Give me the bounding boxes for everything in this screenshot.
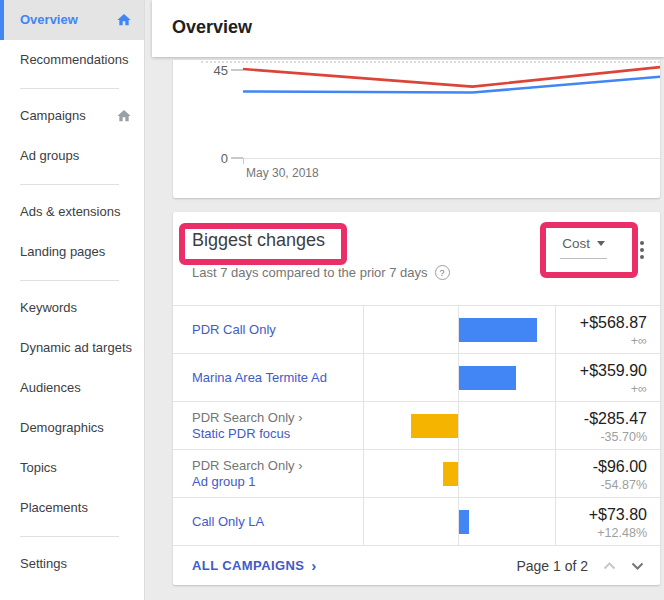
- campaign-name-cell: PDR Call Only: [173, 306, 363, 353]
- card-footer: ALL CAMPAIGNS › Page 1 of 2: [173, 545, 660, 585]
- sidebar-item-dynamic-ad-targets[interactable]: Dynamic ad targets: [0, 328, 144, 368]
- bar-cell-negative: [363, 498, 458, 545]
- change-percent: +12.48%: [556, 526, 647, 540]
- sidebar-item-placements[interactable]: Placements: [0, 488, 144, 528]
- campaign-link[interactable]: Call Only LA: [192, 514, 353, 530]
- value-cell: +$73.80+12.48%: [555, 498, 660, 545]
- row-prefix: PDR Search Only ›: [192, 410, 353, 426]
- sidebar-item-label: Landing pages: [20, 243, 132, 261]
- table-row: Call Only LA+$73.80+12.48%: [173, 497, 660, 545]
- line-chart: [173, 60, 660, 198]
- sidebar: OverviewRecommendationsCampaignsAd group…: [0, 0, 145, 600]
- sidebar-divider: [20, 536, 119, 537]
- change-amount: +$568.87: [556, 314, 647, 332]
- row-prefix: PDR Search Only ›: [192, 458, 353, 474]
- sidebar-item-label: Recommendations: [20, 51, 132, 69]
- value-cell: +$359.90+∞: [555, 354, 660, 401]
- bar-cell-positive: [458, 450, 555, 497]
- bar-cell-positive: [458, 498, 555, 545]
- change-bar: [411, 414, 458, 438]
- y-axis-tick-mark: [231, 69, 243, 71]
- change-percent: -35.70%: [556, 430, 647, 444]
- home-icon: [116, 108, 132, 124]
- bar-cell-negative: [363, 354, 458, 401]
- sidebar-divider: [20, 88, 119, 89]
- table-row: PDR Search Only ›Ad group 1-$96.00-54.87…: [173, 449, 660, 497]
- metric-dropdown[interactable]: Cost: [560, 236, 607, 259]
- campaign-link[interactable]: PDR Call Only: [192, 322, 353, 338]
- campaign-name-cell: Marina Area Termite Ad: [173, 354, 363, 401]
- metric-dropdown-value: Cost: [562, 236, 590, 251]
- y-axis-tick-label: 45: [202, 63, 228, 78]
- sidebar-item-topics[interactable]: Topics: [0, 448, 144, 488]
- performance-chart-card: 45 0 May 30, 2018: [173, 60, 660, 198]
- campaign-link[interactable]: Marina Area Termite Ad: [192, 370, 353, 386]
- sidebar-item-label: Placements: [20, 499, 132, 517]
- change-amount: +$73.80: [556, 506, 647, 524]
- all-campaigns-label: ALL CAMPAIGNS: [192, 558, 304, 573]
- sidebar-item-label: Settings: [20, 555, 132, 573]
- sidebar-item-ads-extensions[interactable]: Ads & extensions: [0, 192, 144, 232]
- sidebar-item-label: Dynamic ad targets: [20, 339, 132, 357]
- page-up-icon[interactable]: [603, 562, 616, 570]
- bar-cell-positive: [458, 354, 555, 401]
- sidebar-item-keywords[interactable]: Keywords: [0, 288, 144, 328]
- change-amount: -$96.00: [556, 458, 647, 476]
- sidebar-divider: [20, 280, 119, 281]
- bar-cell-negative: [363, 306, 458, 353]
- bar-cell-negative: [363, 450, 458, 497]
- change-percent: +∞: [556, 334, 647, 348]
- sidebar-item-overview[interactable]: Overview: [0, 0, 144, 40]
- y-axis-tick-mark: [231, 157, 243, 159]
- sidebar-item-label: Ads & extensions: [20, 203, 132, 221]
- chart-line-current-period: [243, 67, 660, 87]
- table-row: PDR Search Only ›Static PDR focus-$285.4…: [173, 401, 660, 449]
- sidebar-item-ad-groups[interactable]: Ad groups: [0, 136, 144, 176]
- bar-cell-positive: [458, 402, 555, 449]
- value-cell: -$285.47-35.70%: [555, 402, 660, 449]
- more-options-icon[interactable]: [638, 239, 646, 261]
- google-ads-overview-screen: OverviewRecommendationsCampaignsAd group…: [0, 0, 664, 600]
- biggest-changes-card: Biggest changes Last 7 days compared to …: [173, 212, 660, 585]
- sidebar-item-settings[interactable]: Settings: [0, 544, 144, 584]
- change-amount: +$359.90: [556, 362, 647, 380]
- change-bar: [443, 462, 458, 486]
- campaign-name-cell: PDR Search Only ›Static PDR focus: [173, 402, 363, 449]
- sidebar-item-demographics[interactable]: Demographics: [0, 408, 144, 448]
- help-icon[interactable]: ?: [435, 265, 450, 280]
- sidebar-item-label: Audiences: [20, 379, 132, 397]
- campaign-link[interactable]: Static PDR focus: [192, 426, 353, 442]
- page-down-icon[interactable]: [631, 562, 644, 570]
- sidebar-item-label: Topics: [20, 459, 132, 477]
- campaign-link[interactable]: Ad group 1: [192, 474, 353, 490]
- value-cell: -$96.00-54.87%: [555, 450, 660, 497]
- sidebar-item-landing-pages[interactable]: Landing pages: [0, 232, 144, 272]
- change-bar: [459, 318, 537, 342]
- change-amount: -$285.47: [556, 410, 647, 428]
- sidebar-item-label: Keywords: [20, 299, 132, 317]
- sidebar-item-label: Campaigns: [20, 107, 110, 125]
- sidebar-item-audiences[interactable]: Audiences: [0, 368, 144, 408]
- pagination: Page 1 of 2: [516, 558, 644, 574]
- campaign-name-cell: PDR Search Only ›Ad group 1: [173, 450, 363, 497]
- change-bar: [459, 366, 516, 390]
- page-title: Overview: [152, 0, 664, 38]
- sidebar-item-label: Demographics: [20, 419, 132, 437]
- sidebar-divider: [20, 184, 119, 185]
- chevron-right-icon: ›: [311, 559, 316, 572]
- table-row: PDR Call Only+$568.87+∞: [173, 305, 660, 353]
- home-icon: [116, 12, 132, 28]
- sidebar-item-recommendations[interactable]: Recommendations: [0, 40, 144, 80]
- page-header: Overview: [152, 0, 664, 57]
- card-subtitle: Last 7 days compared to the prior 7 days…: [192, 265, 450, 280]
- card-title: Biggest changes: [192, 230, 325, 251]
- value-cell: +$568.87+∞: [555, 306, 660, 353]
- all-campaigns-link[interactable]: ALL CAMPAIGNS ›: [192, 558, 317, 573]
- campaign-name-cell: Call Only LA: [173, 498, 363, 545]
- table-row: Marina Area Termite Ad+$359.90+∞: [173, 353, 660, 401]
- sidebar-item-campaigns[interactable]: Campaigns: [0, 96, 144, 136]
- changes-table: PDR Call Only+$568.87+∞Marina Area Termi…: [173, 305, 660, 545]
- chevron-down-icon: [597, 241, 605, 246]
- pagination-label: Page 1 of 2: [516, 558, 588, 574]
- card-subtitle-text: Last 7 days compared to the prior 7 days: [192, 265, 428, 280]
